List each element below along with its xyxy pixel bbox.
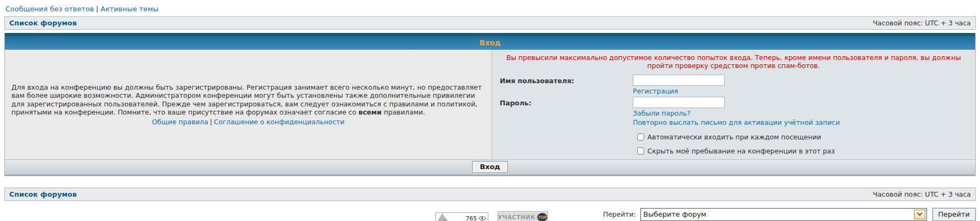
username-label: Имя пользователя: [495, 75, 633, 96]
login-panel-body: Для входа на конференцию вы должны быть … [5, 50, 975, 159]
unanswered-posts-link[interactable]: Сообщения без ответов [5, 5, 94, 13]
top-logo-text: ТОР [538, 215, 547, 220]
top-links-separator: | [96, 5, 98, 13]
hide-online-label: Скрыть моё пребывание на конференции в э… [647, 147, 835, 155]
password-input[interactable] [633, 97, 725, 108]
counter-logo-icon [436, 213, 450, 221]
resend-activation-link[interactable]: Повторно выслать письмо для активации уч… [633, 118, 840, 126]
login-error-message: Вы превысили максимально допустимое коли… [498, 53, 970, 70]
top-links: Сообщения без ответов|Активные темы [0, 0, 980, 13]
timezone-text-top: Часовой пояс: UTC + 3 часа [873, 19, 971, 27]
forum-list-link-top[interactable]: Список форумов [9, 19, 77, 27]
forum-list-bar-top: Список форумов Часовой пояс: UTC + 3 час… [4, 16, 976, 30]
login-form-cell: Вы превысили максимально допустимое коли… [492, 50, 975, 159]
participant-text: УЧАСТНИК [498, 214, 536, 220]
counter-value: 765 [450, 215, 479, 221]
privacy-policy-link[interactable]: Соглашение о конфиденциальности [214, 118, 345, 126]
autologin-row: Автоматически входить при каждом посещен… [637, 133, 972, 141]
hide-online-checkbox[interactable] [637, 148, 644, 155]
autologin-label: Автоматически входить при каждом посещен… [647, 133, 821, 141]
username-row: Имя пользователя: Регистрация [495, 75, 972, 96]
login-submit-button[interactable]: Вход [472, 161, 508, 173]
username-input[interactable] [633, 75, 725, 86]
login-panel-header: Вход [5, 33, 975, 50]
visit-counter-badge[interactable]: 765 [435, 212, 488, 221]
forum-select[interactable]: Выберите форум [640, 208, 927, 221]
password-row: Пароль: Забыли пароль? Повторно выслать … [495, 97, 972, 127]
timezone-text-bottom: Часовой пояс: UTC + 3 часа [873, 190, 971, 198]
jump-label: Перейти: [603, 210, 635, 218]
login-intro-cell: Для входа на конференцию вы должны быть … [5, 50, 492, 159]
register-link[interactable]: Регистрация [633, 87, 678, 95]
top-participant-badge[interactable]: УЧАСТНИК ТОР [498, 211, 548, 221]
active-topics-link[interactable]: Активные темы [101, 5, 158, 13]
forum-list-bar-bottom: Список форумов Часовой пояс: UTC + 3 час… [4, 187, 976, 201]
login-panel-footer: Вход [5, 159, 975, 176]
top-logo-icon: ТОР [537, 213, 547, 221]
login-panel-title: Вход [479, 38, 500, 47]
chevron-down-icon[interactable] [914, 210, 925, 219]
jump-row: Перейти: Выберите форум Перейти [4, 208, 976, 221]
password-label: Пароль: [495, 97, 633, 127]
general-rules-link[interactable]: Общие правила [152, 118, 208, 126]
jump-go-button[interactable]: Перейти [932, 208, 976, 221]
login-intro-text: Для входа на конференцию вы должны быть … [11, 83, 485, 117]
intro-text-part2: правилами. [382, 108, 425, 116]
hide-online-row: Скрыть моё пребывание на конференции в э… [637, 147, 972, 155]
forum-select-value: Выберите форум [644, 210, 706, 218]
forgot-password-link[interactable]: Забыли пароль? [633, 109, 691, 117]
intro-text-bold: всеми [359, 108, 382, 116]
login-panel: Вход Для входа на конференцию вы должны … [4, 33, 976, 176]
eye-icon [479, 216, 486, 220]
rules-links-separator: | [210, 118, 212, 126]
forum-list-link-bottom[interactable]: Список форумов [9, 190, 77, 198]
rules-links-line: Общие правила|Соглашение о конфиденциаль… [11, 118, 485, 126]
autologin-checkbox[interactable] [637, 133, 644, 140]
